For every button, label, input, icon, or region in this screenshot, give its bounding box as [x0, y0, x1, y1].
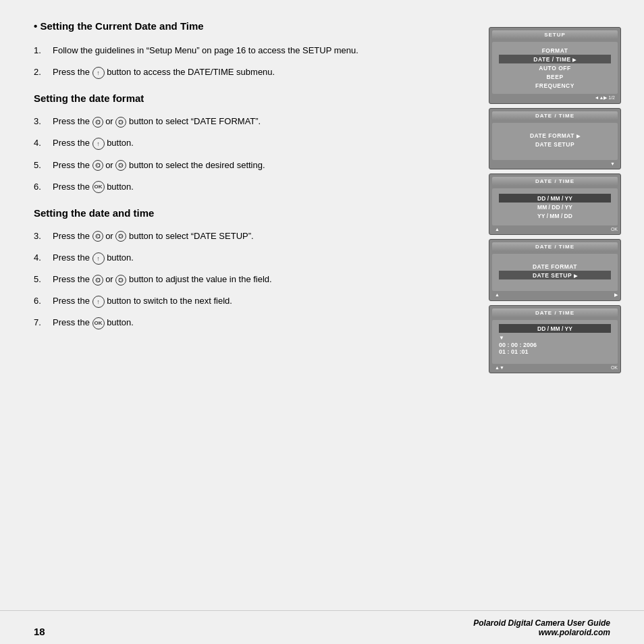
panel-setup: SETUP FORMAT DATE / TIME AUTO OFF BEEP F… — [489, 27, 621, 104]
brand-info: Polaroid Digital Camera User Guide www.p… — [473, 618, 610, 637]
scroll-left-icon-2 — [92, 160, 103, 171]
scroll-left-icon-3 — [92, 231, 103, 242]
step-text-3a: Press the or button to select “DATE FORM… — [53, 115, 261, 128]
edit-time-value: 00 : 00 : 2006 — [499, 342, 611, 348]
date-time-step-4: 4. Press the ↑ button. — [34, 251, 475, 265]
date-time-section: Setting the date and time 3. Press the o… — [34, 207, 475, 330]
nav-icon-3: ↑ — [92, 296, 105, 308]
format-mmddyy: MM / DD / YY — [499, 203, 611, 211]
date-format-title: Setting the date format — [34, 92, 475, 104]
menu-item-datesetup: DATE SETUP — [499, 140, 611, 149]
ok-icon-2: OK — [92, 317, 105, 329]
date-format-step-4: 4. Press the ↑ button. — [34, 136, 475, 150]
date-time-step-5: 5. Press the or button to adjust the val… — [34, 273, 475, 286]
right-panels: SETUP FORMAT DATE / TIME AUTO OFF BEEP F… — [489, 20, 624, 597]
step-text-6a: Press the OK button. — [53, 180, 134, 194]
date-time-title: Setting the date and time — [34, 207, 475, 219]
panel-dateformat-header: DATE / TIME — [492, 177, 618, 186]
scroll-left-icon-1 — [92, 117, 103, 128]
step-num-3b: 3. — [34, 230, 53, 243]
panel-datetime-footer: ▼ — [492, 160, 618, 166]
step-num-4a: 4. — [34, 136, 53, 150]
page-title: Setting the Current Date and Time — [34, 20, 475, 32]
date-time-step-3: 3. Press the or button to select “DATE S… — [34, 230, 475, 243]
menu-item-datesetup2: DATE SETUP — [499, 271, 611, 279]
date-format-step-3: 3. Press the or button to select “DATE F… — [34, 115, 475, 128]
step-num-7b: 7. — [34, 316, 53, 329]
panel-datesetup: DATE / TIME DATE FORMAT DATE SETUP ▲ ▶ — [489, 239, 621, 301]
date-time-step-7: 7. Press the OK button. — [34, 316, 475, 329]
panel-setup-body: FORMAT DATE / TIME AUTO OFF BEEP FREQUEN… — [492, 42, 618, 94]
scroll-right-icon-2 — [115, 160, 126, 171]
scroll-left-icon-4 — [92, 275, 103, 286]
panel-datetime-body: DATE FORMAT DATE SETUP — [492, 123, 618, 160]
date-format-step-6: 6. Press the OK button. — [34, 180, 475, 194]
footer-ok: OK — [611, 227, 618, 232]
date-format-section: Setting the date format 3. Press the or … — [34, 92, 475, 194]
menu-item-format: FORMAT — [499, 46, 611, 55]
panel-setup-header: SETUP — [492, 30, 618, 39]
nav-icon-2: ↑ — [92, 252, 105, 265]
panel-datesetup-body: DATE FORMAT DATE SETUP — [492, 254, 618, 291]
footer-arrows3: ▲▼ — [495, 365, 504, 370]
date-format-step-5: 5. Press the or button to select the des… — [34, 159, 475, 172]
footer-ok2: OK — [611, 365, 618, 370]
page-footer: 18 Polaroid Digital Camera User Guide ww… — [0, 610, 644, 644]
brand-line1: Polaroid Digital Camera User Guide — [473, 618, 610, 628]
step-num-6b: 6. — [34, 294, 53, 308]
left-content: Setting the Current Date and Time 1. Fol… — [34, 20, 489, 597]
menu-item-beep: BEEP — [499, 72, 611, 81]
ok-icon-1: OK — [92, 181, 105, 193]
menu-item-frequency: FREQUENCY — [499, 81, 611, 90]
panel-datetime-edit-footer: ▲▼ OK — [492, 364, 618, 370]
nav-up-icon: ↑ — [92, 67, 105, 79]
menu-item-datetime: DATE / TIME — [499, 55, 611, 63]
step-num-5a: 5. — [34, 159, 53, 172]
step-num-4b: 4. — [34, 251, 53, 265]
nav-icon-1: ↑ — [92, 138, 105, 150]
menu-item-dateformat: DATE FORMAT — [499, 131, 611, 140]
date-time-step-6: 6. Press the ↑ button to switch to the n… — [34, 294, 475, 308]
panel-datesetup-footer: ▲ ▶ — [492, 291, 618, 298]
panel-datesetup-header: DATE / TIME — [492, 242, 618, 251]
step-2: 2. Press the ↑ button to access the DATE… — [34, 65, 475, 79]
panel-dateformat-body: DD / MM / YY MM / DD / YY YY / MM / DD — [492, 188, 618, 225]
scroll-right-icon-3 — [115, 231, 126, 242]
panel-dateformat-footer: ▲ OK — [492, 225, 618, 232]
menu-item-autooff: AUTO OFF — [499, 63, 611, 72]
scroll-right-icon-4 — [115, 275, 126, 286]
panel-datetime: DATE / TIME DATE FORMAT DATE SETUP ▼ — [489, 108, 621, 169]
step-text-6b: Press the ↑ button to switch to the next… — [53, 294, 232, 308]
step-num-3a: 3. — [34, 115, 53, 128]
edit-time-indicator: ▼ — [499, 333, 611, 342]
panel-setup-footer: ◄▲▶ 1/2 — [492, 94, 618, 101]
panel-datetime-edit: DATE / TIME DD / MM / YY ▼ 00 : 00 : 200… — [489, 305, 621, 373]
step-text-5b: Press the or button to adjust the value … — [53, 273, 272, 286]
page-number: 18 — [34, 626, 45, 637]
step-text-2: Press the ↑ button to access the DATE/TI… — [53, 65, 275, 79]
panel-datetime-header: DATE / TIME — [492, 111, 618, 120]
menu-item-dateformat2: DATE FORMAT — [499, 262, 611, 271]
step-text-5a: Press the or button to select the desire… — [53, 159, 265, 172]
footer-arrow2: ▲ — [495, 292, 500, 298]
brand-line2: www.polaroid.com — [473, 628, 610, 637]
edit-date-value: 01 : 01 :01 — [499, 348, 611, 355]
step-text-4b: Press the ↑ button. — [53, 251, 134, 265]
step-num-6a: 6. — [34, 180, 53, 194]
format-ddmmyy: DD / MM / YY — [499, 194, 611, 203]
page-content: Setting the Current Date and Time 1. Fol… — [0, 0, 644, 610]
panel-datetime-edit-body: DD / MM / YY ▼ 00 : 00 : 2006 01 : 01 :0… — [492, 320, 618, 364]
step-1: 1. Follow the guidelines in “Setup Menu”… — [34, 44, 475, 57]
scroll-right-icon-1 — [115, 117, 126, 128]
step-text-4a: Press the ↑ button. — [53, 136, 134, 150]
format-yymmdd: YY / MM / DD — [499, 211, 611, 220]
step-text-3b: Press the or button to select “DATE SETU… — [53, 230, 254, 243]
footer-arrow-right: ▶ — [614, 292, 618, 298]
step-text-1: Follow the guidelines in “Setup Menu” on… — [53, 44, 358, 57]
panel-datetime-edit-header: DATE / TIME — [492, 308, 618, 317]
panel-dateformat: DATE / TIME DD / MM / YY MM / DD / YY YY… — [489, 173, 621, 235]
step-text-7b: Press the OK button. — [53, 316, 134, 329]
edit-format-label: DD / MM / YY — [499, 324, 611, 333]
step-num-1: 1. — [34, 44, 53, 57]
step-num-2: 2. — [34, 65, 53, 79]
